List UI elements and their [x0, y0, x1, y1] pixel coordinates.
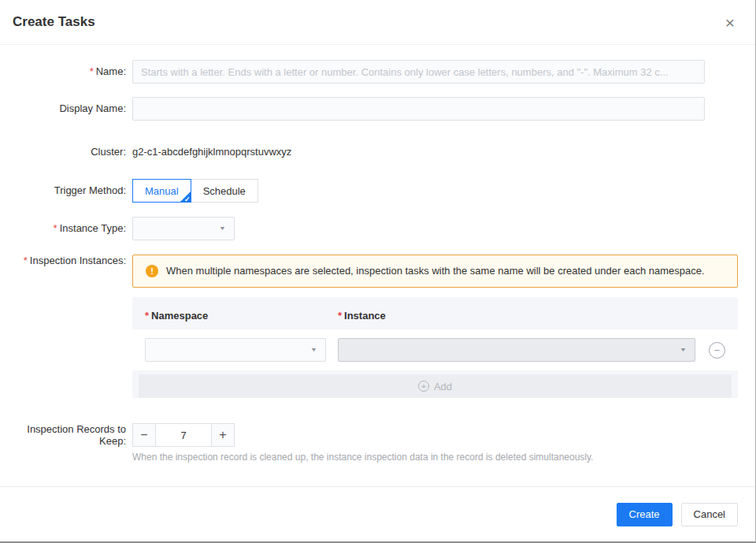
trigger-option-manual[interactable]: Manual ✓ — [132, 179, 191, 203]
add-row-button[interactable]: + Add — [139, 374, 732, 398]
required-mark: * — [90, 65, 94, 77]
add-row-label: Add — [434, 381, 452, 392]
name-label: *Name: — [0, 60, 126, 84]
plus-circle-icon: + — [418, 381, 429, 392]
remove-row-button[interactable]: − — [709, 342, 725, 359]
dialog-footer: Create Cancel — [0, 486, 755, 541]
create-button[interactable]: Create — [617, 503, 673, 526]
instance-column-header: *Instance — [338, 310, 386, 322]
warning-icon: ! — [146, 265, 158, 277]
instance-type-row: *Instance Type: ▼ — [0, 217, 738, 240]
namespace-select[interactable]: ▼ — [145, 338, 326, 362]
instances-table-header: *Namespace *Instance — [132, 297, 738, 329]
cancel-button[interactable]: Cancel — [681, 503, 738, 526]
instances-table-row: ▼ ▼ − — [132, 329, 738, 370]
name-row: *Name: — [0, 60, 738, 84]
stepper-decrement-button[interactable]: − — [132, 423, 156, 447]
cluster-label: Cluster: — [0, 140, 126, 158]
close-icon[interactable]: × — [725, 14, 735, 31]
display-name-label: Display Name: — [0, 97, 126, 121]
records-hint-text: When the inspection record is cleaned up… — [132, 452, 738, 463]
records-to-keep-row: Inspection Records to Keep: − + When the… — [0, 423, 738, 463]
display-name-row: Display Name: — [0, 97, 738, 121]
instance-type-select[interactable]: ▼ — [132, 217, 235, 240]
required-mark: * — [145, 310, 149, 322]
dialog-title: Create Tasks — [13, 14, 95, 30]
name-input[interactable] — [132, 60, 705, 84]
instance-type-label: *Instance Type: — [0, 217, 126, 240]
namespace-warning-note: ! When multiple namespaces are selected,… — [132, 255, 738, 288]
create-tasks-dialog: Create Tasks × *Name: Display Name: Clus… — [0, 0, 756, 543]
instance-select: ▼ — [338, 338, 695, 362]
display-name-input[interactable] — [132, 97, 705, 121]
cluster-value: g2-c1-abcdefghijklmnopqrstuvwxyz — [132, 140, 738, 158]
trigger-method-row: Trigger Method: Manual ✓ Schedule — [0, 179, 738, 203]
trigger-method-group: Manual ✓ Schedule — [132, 179, 738, 203]
minus-circle-icon: − — [714, 344, 721, 356]
dialog-header: Create Tasks × — [0, 0, 755, 45]
required-mark: * — [338, 310, 342, 322]
chevron-down-icon: ▼ — [680, 347, 687, 353]
required-mark: * — [24, 255, 28, 266]
chevron-down-icon: ▼ — [219, 225, 226, 232]
cluster-row: Cluster: g2-c1-abcdefghijklmnopqrstuvwxy… — [0, 140, 738, 158]
selected-check-icon: ✓ — [184, 196, 191, 203]
records-count-input[interactable] — [156, 423, 211, 447]
records-to-keep-label: Inspection Records to Keep: — [0, 423, 126, 447]
namespace-column-header: *Namespace — [145, 310, 338, 322]
trigger-option-schedule[interactable]: Schedule — [191, 179, 258, 203]
stepper-increment-button[interactable]: + — [211, 423, 235, 447]
inspection-instances-label: *Inspection Instances: — [0, 255, 126, 266]
trigger-method-label: Trigger Method: — [0, 179, 126, 203]
warning-text: When multiple namespaces are selected, i… — [166, 263, 705, 279]
required-mark: * — [54, 222, 57, 234]
instances-table-panel: *Namespace *Instance ▼ ▼ − — [132, 297, 738, 398]
chevron-down-icon: ▼ — [310, 347, 317, 353]
dialog-body: *Name: Display Name: Cluster: g2-c1-abcd… — [0, 45, 755, 486]
inspection-instances-row: *Inspection Instances: ! When multiple n… — [0, 255, 738, 404]
records-stepper: − + — [132, 423, 738, 447]
